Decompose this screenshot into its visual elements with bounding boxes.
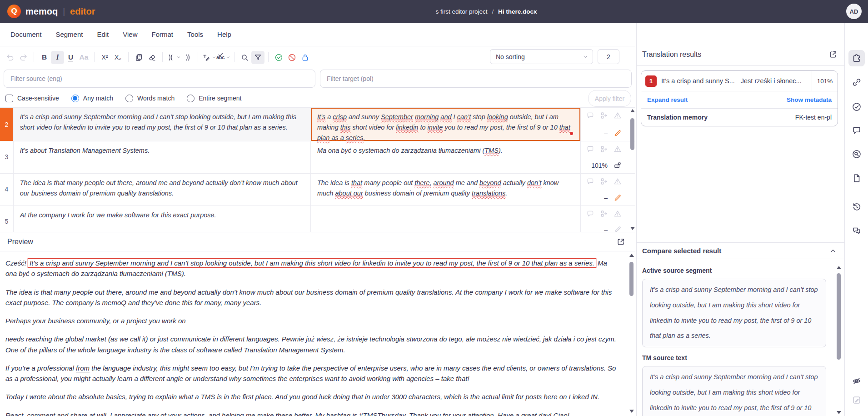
underline-button[interactable]: U	[64, 51, 77, 64]
filter-button[interactable]	[251, 51, 264, 64]
segment-row[interactable]: 4The idea is that many people out there,…	[0, 174, 635, 206]
split-join-icon[interactable]	[600, 145, 608, 153]
edited-pencil-icon[interactable]	[614, 129, 622, 137]
menu-item-view[interactable]: View	[123, 30, 137, 38]
source-cell[interactable]: It’s about Translation Management System…	[14, 141, 311, 173]
scroll-down-icon[interactable]	[629, 410, 634, 413]
split-join-icon[interactable]	[600, 111, 608, 120]
split-join-icon[interactable]	[600, 210, 608, 218]
apply-filter-button[interactable]: Apply filter	[588, 90, 631, 107]
undo-button[interactable]	[4, 51, 17, 64]
target-cell[interactable]: It’s a crisp and sunny September morning…	[311, 108, 581, 141]
sidebar-document-info-button[interactable]	[848, 170, 865, 186]
source-cell[interactable]: The idea is that many people out there, …	[14, 174, 311, 205]
segment-number-box[interactable]: 2	[598, 49, 619, 64]
match-option[interactable]: Words match	[125, 95, 175, 102]
edited-pencil-icon[interactable]	[614, 194, 622, 202]
breadcrumb-document[interactable]: Hi there.docx	[498, 8, 537, 15]
warning-icon[interactable]	[614, 210, 622, 218]
breadcrumb[interactable]: s first editor project / Hi there.docx	[391, 8, 582, 15]
grid-scrollbar-thumb[interactable]	[630, 118, 634, 150]
redo-button[interactable]	[17, 51, 30, 64]
sidebar-qa-checks-button[interactable]	[848, 99, 865, 115]
segment-number[interactable]: 5	[0, 206, 14, 232]
preview-scrollbar-thumb[interactable]	[629, 262, 634, 296]
menu-item-edit[interactable]: Edit	[97, 30, 109, 38]
breadcrumb-project[interactable]: s first editor project	[436, 8, 488, 15]
menu-item-document[interactable]: Document	[10, 30, 41, 38]
clear-formatting-button[interactable]	[145, 51, 159, 64]
filter-target-input[interactable]	[320, 70, 632, 88]
open-preview-external-icon[interactable]	[616, 237, 625, 246]
scroll-down-icon[interactable]	[837, 411, 841, 414]
compare-header[interactable]: Compare selected result	[637, 242, 844, 259]
match-option[interactable]: Any match	[71, 95, 113, 102]
segment-number[interactable]: 2	[0, 108, 14, 141]
scroll-down-icon[interactable]	[630, 227, 635, 230]
superscript-button[interactable]: X²	[98, 51, 111, 64]
machine-translation-icon[interactable]	[614, 161, 622, 170]
source-cell[interactable]: It’s a crisp and sunny September morning…	[14, 108, 311, 141]
segment-row[interactable]: 3It’s about Translation Management Syste…	[0, 141, 635, 174]
sidebar-linked-resources-button[interactable]	[848, 74, 865, 90]
comment-icon[interactable]	[586, 111, 594, 120]
source-cell[interactable]: At the company I work for we make softwa…	[14, 206, 311, 232]
filter-source-input[interactable]	[4, 70, 315, 88]
insert-tag-button[interactable]	[166, 51, 181, 64]
comment-icon[interactable]	[586, 145, 594, 153]
sidebar-version-history-button[interactable]	[848, 199, 865, 215]
result-row[interactable]: 1 It’s a crisp and sunny S... Jest rześk…	[641, 71, 838, 91]
scroll-up-icon[interactable]	[837, 266, 841, 269]
target-cell[interactable]: The idea is that many people out there, …	[311, 174, 581, 205]
case-sensitive-checkbox[interactable]	[5, 95, 13, 102]
spellcheck-button[interactable]: abc	[216, 51, 230, 64]
case-sensitive-option[interactable]: Case-sensitive	[5, 95, 59, 102]
sidebar-translation-results-button[interactable]	[848, 50, 865, 66]
sorting-dropdown[interactable]: No sorting	[490, 49, 593, 64]
radio-any-match[interactable]	[71, 95, 79, 102]
sidebar-hide-preview-button[interactable]	[848, 373, 865, 389]
menu-item-tools[interactable]: Tools	[187, 30, 203, 38]
translation-result-card[interactable]: 1 It’s a crisp and sunny S... Jest rześk…	[641, 70, 838, 126]
warning-icon[interactable]	[614, 177, 622, 185]
target-cell[interactable]: Ma ona być o systemach do zarządzania tł…	[311, 141, 581, 173]
split-join-icon[interactable]	[600, 177, 608, 185]
track-changes-button[interactable]	[202, 51, 216, 64]
warning-icon[interactable]	[614, 145, 622, 153]
segment-row[interactable]: 5At the company I work for we make softw…	[0, 206, 635, 232]
comment-icon[interactable]	[586, 177, 594, 185]
avatar[interactable]: AD	[846, 4, 862, 19]
radio-entire-segment[interactable]	[187, 95, 195, 102]
italic-button[interactable]: I	[51, 51, 64, 64]
chevron-up-icon[interactable]	[829, 247, 837, 255]
find-button[interactable]	[238, 51, 251, 64]
scroll-up-icon[interactable]	[629, 254, 634, 257]
match-option[interactable]: Entire segment	[187, 95, 241, 102]
sidebar-comments-button[interactable]	[848, 122, 865, 139]
show-metadata-link[interactable]: Show metadata	[787, 96, 832, 103]
comment-icon[interactable]	[586, 210, 594, 218]
sidebar-edit-settings-button[interactable]	[848, 392, 865, 408]
sidebar-discussions-button[interactable]	[848, 223, 865, 239]
menu-item-help[interactable]: Help	[217, 30, 231, 38]
confirm-segment-button[interactable]	[272, 51, 285, 64]
edited-pencil-icon[interactable]	[614, 226, 622, 232]
sidebar-concordance-search-button[interactable]	[848, 146, 865, 162]
segment-number[interactable]: 4	[0, 174, 14, 205]
open-results-external-icon[interactable]	[828, 50, 838, 59]
expand-result-link[interactable]: Expand result	[647, 96, 688, 103]
scroll-up-icon[interactable]	[630, 109, 635, 112]
compare-scrollbar[interactable]	[836, 265, 842, 415]
segment-row[interactable]: 2It’s a crisp and sunny September mornin…	[0, 108, 635, 141]
menu-item-format[interactable]: Format	[152, 30, 174, 38]
menu-item-segment[interactable]: Segment	[55, 30, 83, 38]
grid-scrollbar[interactable]	[629, 108, 635, 231]
change-case-button[interactable]: Aa	[77, 51, 90, 64]
copy-source-button[interactable]	[132, 51, 145, 64]
segment-number[interactable]: 3	[0, 141, 14, 173]
close-tag-button[interactable]	[181, 51, 194, 64]
subscript-button[interactable]: X₂	[111, 51, 125, 64]
warning-icon[interactable]	[614, 111, 622, 120]
target-cell[interactable]	[311, 206, 581, 232]
lock-segment-button[interactable]	[299, 51, 312, 64]
